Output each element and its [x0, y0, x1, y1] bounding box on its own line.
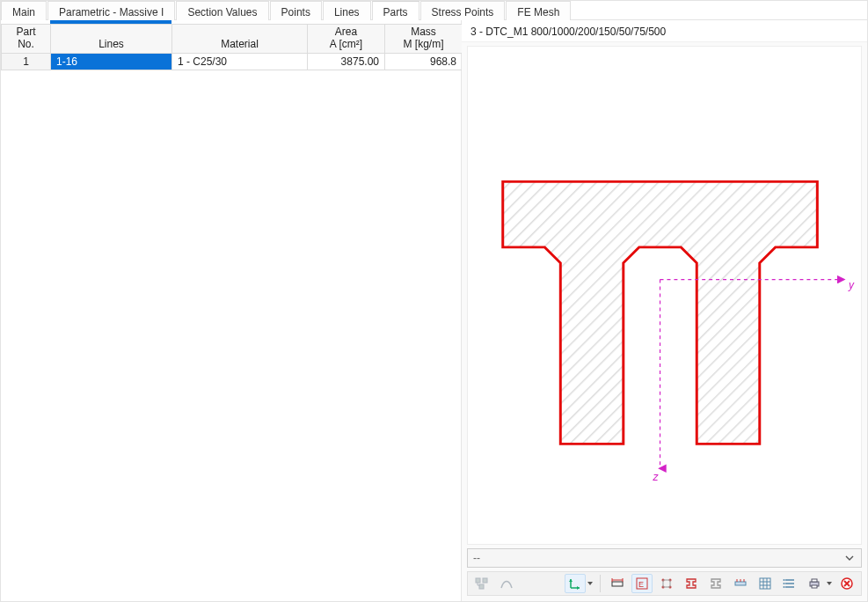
col-mass[interactable]: Mass M [kg/m] — [385, 25, 463, 54]
col-area-l2: A [cm²] — [313, 39, 379, 51]
curve-icon — [500, 576, 514, 591]
stress-icon — [733, 576, 748, 591]
svg-rect-12 — [663, 580, 670, 587]
left-empty-body — [1, 70, 461, 601]
axes-icon — [568, 576, 582, 591]
svg-rect-13 — [735, 582, 746, 585]
left-panel: Part No. Lines Material Area — [1, 20, 462, 601]
ibeam-red-icon — [684, 576, 698, 591]
column-selection-indicator — [1, 20, 461, 24]
parts-table[interactable]: Part No. Lines Material Area — [1, 24, 463, 70]
values-icon: E — [635, 576, 649, 591]
svg-rect-19 — [812, 579, 817, 582]
dimension-button[interactable] — [607, 574, 628, 593]
col-mass-l1: Mass — [390, 26, 456, 39]
ibeam-grey-icon — [709, 576, 723, 591]
points-icon — [660, 576, 674, 591]
svg-point-15 — [784, 579, 785, 581]
svg-rect-3 — [483, 578, 487, 583]
cell-material[interactable]: 1 - C25/30 — [172, 53, 308, 70]
toggle-tree-button[interactable] — [471, 574, 492, 593]
curve-button[interactable] — [496, 574, 517, 593]
section-drawing-svg: y z — [468, 47, 861, 544]
chevron-down-icon — [843, 552, 856, 564]
grid-icon — [758, 576, 772, 591]
tab-parametric[interactable]: Parametric - Massive I — [47, 1, 175, 20]
close-red-button[interactable] — [836, 574, 857, 593]
svg-point-17 — [784, 586, 785, 588]
axes-button[interactable] — [565, 574, 586, 593]
tab-stress-points[interactable]: Stress Points — [420, 1, 506, 20]
table-row[interactable]: 1 1-16 1 - C25/30 3875.00 968.8 — [2, 53, 463, 70]
col-area-l1: Area — [313, 26, 379, 39]
axis-z-label: z — [653, 471, 659, 483]
axis-y-label: y — [848, 279, 855, 291]
list-button[interactable] — [779, 574, 800, 593]
list-icon — [783, 576, 797, 591]
print-button[interactable] — [804, 574, 825, 593]
cell-lines[interactable]: 1-16 — [51, 53, 172, 70]
tab-parts[interactable]: Parts — [372, 1, 419, 20]
cell-mass[interactable]: 968.8 — [385, 53, 463, 70]
tab-points[interactable]: Points — [270, 1, 322, 20]
ibeam-red-button[interactable] — [681, 574, 702, 593]
main-split: Part No. Lines Material Area — [1, 20, 867, 601]
col-part-no-l2: No. — [7, 39, 45, 51]
col-material[interactable]: Material — [172, 25, 308, 54]
svg-point-16 — [784, 583, 785, 584]
section-canvas[interactable]: y z — [467, 46, 862, 545]
col-part-no[interactable]: Part No. — [2, 25, 51, 54]
points-button[interactable] — [656, 574, 677, 593]
tab-main[interactable]: Main — [1, 1, 47, 20]
dimension-icon — [610, 576, 624, 591]
section-info-dropdown[interactable]: -- — [467, 548, 862, 568]
cell-area[interactable]: 3875.00 — [308, 53, 385, 70]
tab-lines[interactable]: Lines — [323, 1, 371, 20]
svg-rect-5 — [612, 582, 623, 586]
col-mass-l2: M [kg/m] — [390, 39, 456, 51]
right-panel: 3 - DTC_M1 800/1000/200/150/50/75/500 — [462, 20, 867, 601]
close-red-icon — [840, 576, 854, 591]
section-title: 3 - DTC_M1 800/1000/200/150/50/75/500 — [462, 20, 867, 42]
col-part-no-l1: Part — [7, 26, 45, 39]
toggle-tree-icon — [475, 576, 489, 591]
axes-dropdown-caret[interactable] — [587, 574, 594, 593]
grid-button[interactable] — [755, 574, 776, 593]
svg-rect-2 — [476, 578, 480, 583]
print-icon — [807, 576, 821, 591]
tabstrip: Main Parametric - Massive I Section Valu… — [1, 1, 867, 20]
values-button[interactable]: E — [631, 574, 653, 593]
svg-rect-20 — [812, 585, 817, 588]
section-info-dropdown-text: -- — [473, 552, 480, 564]
col-material-label: Material — [178, 39, 302, 51]
col-area[interactable]: Area A [cm²] — [308, 25, 385, 54]
view-toolbar: E — [467, 571, 862, 596]
col-lines[interactable]: Lines — [51, 25, 172, 54]
print-dropdown-caret[interactable] — [826, 574, 833, 593]
stress-button[interactable] — [730, 574, 751, 593]
col-lines-label: Lines — [56, 39, 166, 51]
ibeam-grey-button[interactable] — [705, 574, 726, 593]
cell-part-no[interactable]: 1 — [2, 53, 51, 70]
app-window: Main Parametric - Massive I Section Valu… — [0, 0, 868, 602]
svg-rect-14 — [760, 578, 770, 589]
svg-text:E: E — [638, 580, 644, 589]
section-shape — [503, 181, 818, 444]
tab-section-values[interactable]: Section Values — [176, 1, 268, 20]
selected-column-bar — [50, 20, 171, 24]
tab-fe-mesh[interactable]: FE Mesh — [506, 1, 571, 20]
